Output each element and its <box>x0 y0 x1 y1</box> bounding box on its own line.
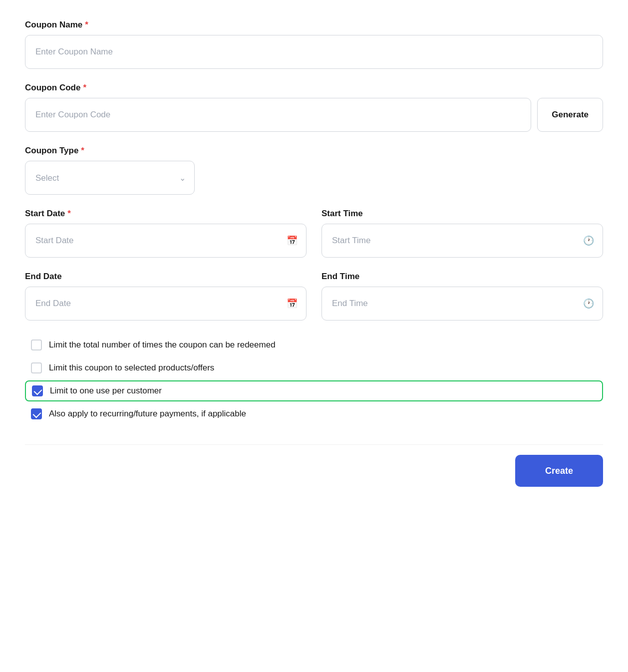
checkbox-row-apply-recurring: Also apply to recurring/future payments,… <box>25 403 603 424</box>
coupon-name-label-text: Coupon Name <box>25 20 82 30</box>
apply-recurring-checkbox[interactable] <box>31 408 42 419</box>
coupon-form: Coupon Name * Coupon Code * Generate Cou… <box>25 20 603 487</box>
end-time-wrapper: 🕐 <box>321 287 603 321</box>
start-date-label-text: Start Date <box>25 209 65 219</box>
coupon-name-label: Coupon Name * <box>25 20 603 30</box>
generate-button[interactable]: Generate <box>537 98 603 132</box>
create-button[interactable]: Create <box>515 455 603 487</box>
limit-total-checkbox[interactable] <box>31 339 42 350</box>
coupon-name-input[interactable] <box>25 35 603 69</box>
coupon-type-wrapper: Select Percentage Fixed Amount Free Ship… <box>25 161 195 195</box>
coupon-name-required: * <box>85 20 88 30</box>
limit-products-label[interactable]: Limit this coupon to selected products/o… <box>49 363 214 373</box>
end-date-label-text: End Date <box>25 272 62 282</box>
coupon-code-row: Generate <box>25 98 603 132</box>
end-date-col: End Date 📅 <box>25 272 307 321</box>
start-time-input[interactable] <box>321 224 603 258</box>
end-time-input[interactable] <box>321 287 603 321</box>
start-time-label: Start Time <box>321 209 603 219</box>
checkboxes-section: Limit the total number of times the coup… <box>25 335 603 424</box>
start-date-time-row: Start Date * 📅 Start Time 🕐 <box>25 209 603 258</box>
limit-one-per-customer-checkbox[interactable] <box>32 385 43 396</box>
coupon-type-select[interactable]: Select Percentage Fixed Amount Free Ship… <box>25 161 195 195</box>
end-date-time-row: End Date 📅 End Time 🕐 <box>25 272 603 321</box>
start-date-label: Start Date * <box>25 209 307 219</box>
end-date-label: End Date <box>25 272 307 282</box>
end-date-input[interactable] <box>25 287 307 321</box>
limit-total-label[interactable]: Limit the total number of times the coup… <box>49 340 276 350</box>
coupon-type-required: * <box>81 146 84 156</box>
coupon-code-label: Coupon Code * <box>25 83 603 93</box>
start-date-wrapper: 📅 <box>25 224 307 258</box>
end-date-wrapper: 📅 <box>25 287 307 321</box>
start-date-required: * <box>67 209 71 219</box>
checkbox-row-limit-products: Limit this coupon to selected products/o… <box>25 357 603 378</box>
limit-one-per-customer-label[interactable]: Limit to one use per customer <box>50 386 162 396</box>
end-time-col: End Time 🕐 <box>321 272 603 321</box>
end-time-label-text: End Time <box>321 272 359 282</box>
start-date-input[interactable] <box>25 224 307 258</box>
coupon-type-group: Coupon Type * Select Percentage Fixed Am… <box>25 146 603 195</box>
checkbox-row-limit-total: Limit the total number of times the coup… <box>25 335 603 355</box>
checkbox-row-limit-one-per-customer: Limit to one use per customer <box>25 380 603 401</box>
coupon-type-label-text: Coupon Type <box>25 146 78 156</box>
coupon-code-label-text: Coupon Code <box>25 83 80 93</box>
footer-row: Create <box>25 444 603 487</box>
coupon-code-group: Coupon Code * Generate <box>25 83 603 132</box>
end-time-label: End Time <box>321 272 603 282</box>
limit-products-checkbox[interactable] <box>31 362 42 373</box>
coupon-code-input[interactable] <box>25 98 531 132</box>
start-time-label-text: Start Time <box>321 209 363 219</box>
apply-recurring-label[interactable]: Also apply to recurring/future payments,… <box>49 409 246 419</box>
start-time-wrapper: 🕐 <box>321 224 603 258</box>
start-time-col: Start Time 🕐 <box>321 209 603 258</box>
coupon-name-group: Coupon Name * <box>25 20 603 69</box>
coupon-type-label: Coupon Type * <box>25 146 603 156</box>
coupon-code-required: * <box>83 83 86 93</box>
start-date-col: Start Date * 📅 <box>25 209 307 258</box>
